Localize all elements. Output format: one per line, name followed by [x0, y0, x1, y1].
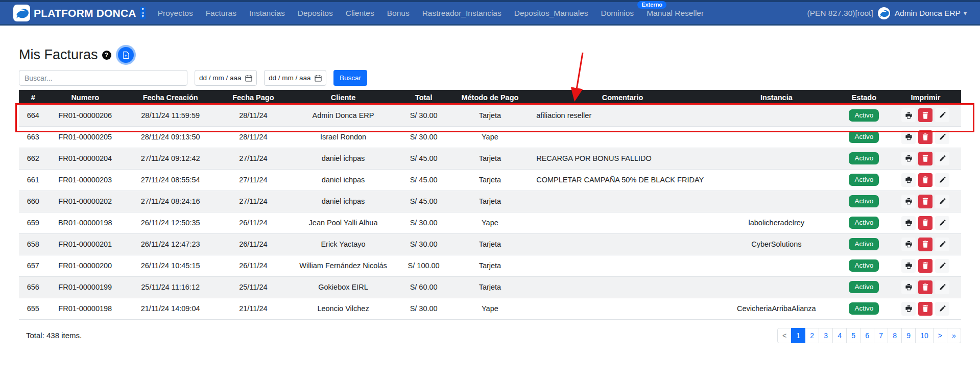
delete-button[interactable]	[918, 108, 933, 122]
edit-button[interactable]	[935, 238, 949, 251]
cell-total: S/ 30.00	[398, 212, 450, 233]
cell-comentario: RECARGA POR BONUS FALLIDO	[530, 148, 715, 169]
date-from-input[interactable]: dd / mm / aaa	[195, 70, 257, 86]
nav-item[interactable]: Clientes	[346, 9, 374, 18]
print-button[interactable]	[901, 238, 916, 251]
page-button[interactable]: 2	[805, 328, 819, 343]
cell-total: S/ 30.00	[398, 298, 450, 319]
column-header: Cliente	[289, 90, 397, 105]
user-dropdown[interactable]: Admin Donca ERP ▾	[895, 9, 967, 18]
delete-button[interactable]	[918, 280, 933, 294]
page-button[interactable]: 7	[874, 328, 888, 343]
edit-button[interactable]	[935, 195, 949, 208]
cell-total: S/ 100.00	[398, 255, 450, 276]
edit-button[interactable]	[935, 280, 949, 294]
edit-button[interactable]	[935, 152, 949, 165]
row-actions	[893, 280, 958, 294]
add-invoice-button[interactable]	[118, 47, 134, 63]
print-button[interactable]	[901, 108, 916, 122]
invoice-row: 664 FR01-00000206 28/11/24 11:59:59 28/1…	[19, 105, 961, 126]
print-button[interactable]	[901, 152, 916, 165]
nav-item[interactable]: Depositos_Manuales	[514, 9, 588, 18]
trash-icon	[922, 133, 928, 140]
cell-imprimir	[890, 148, 961, 169]
nav-item[interactable]: Bonus	[387, 9, 410, 18]
print-button[interactable]	[901, 195, 916, 208]
edit-button[interactable]	[935, 173, 949, 187]
row-actions	[893, 130, 958, 144]
nav-item[interactable]: Dominios	[601, 9, 634, 18]
delete-button[interactable]	[918, 302, 933, 316]
column-header: #	[19, 90, 47, 105]
status-badge: Activo	[849, 109, 879, 122]
page-next-button[interactable]: >	[933, 328, 947, 343]
help-icon[interactable]: ?	[102, 51, 111, 60]
nav-item-label: Dominios	[601, 9, 634, 17]
nav-item-label: Depositos_Manuales	[514, 9, 588, 17]
delete-button[interactable]	[918, 130, 933, 144]
status-badge: Activo	[849, 174, 879, 186]
status-badge: Activo	[849, 195, 879, 207]
print-button[interactable]	[901, 130, 916, 144]
edit-button[interactable]	[935, 259, 949, 273]
search-input[interactable]	[19, 70, 187, 86]
print-button[interactable]	[901, 302, 916, 316]
pencil-icon	[939, 198, 946, 205]
row-actions	[893, 152, 958, 165]
cell-total: S/ 30.00	[398, 126, 450, 148]
page-button[interactable]: 8	[888, 328, 902, 343]
invoice-row: 659 BR01-00000198 26/11/24 12:50:35 26/1…	[19, 212, 961, 233]
print-button[interactable]	[901, 280, 916, 294]
status-badge: Activo	[849, 131, 879, 143]
delete-button[interactable]	[918, 152, 933, 165]
delete-button[interactable]	[918, 238, 933, 251]
pencil-icon	[939, 241, 946, 248]
print-button[interactable]	[901, 259, 916, 273]
page-last-button[interactable]: »	[947, 328, 961, 343]
nav-item[interactable]: Rastreador_Instancias	[422, 9, 501, 18]
cell-instancia	[715, 148, 838, 169]
page-button[interactable]: 3	[819, 328, 833, 343]
cell-imprimir	[890, 212, 961, 233]
page-prev-button[interactable]: <	[777, 328, 792, 343]
brand-link[interactable]: PLATFORM DONCA ERP	[13, 5, 146, 21]
page-button[interactable]: 10	[915, 328, 934, 343]
page-button[interactable]: 5	[846, 328, 861, 343]
buscar-button[interactable]: Buscar	[333, 70, 367, 86]
cell-estado: Activo	[838, 191, 890, 212]
edit-button[interactable]	[935, 130, 949, 144]
navbar-right: (PEN 827.30)[root] Admin Donca ERP ▾	[807, 7, 967, 19]
nav-item[interactable]: Externo Manual Reseller	[647, 9, 704, 18]
delete-button[interactable]	[918, 259, 933, 273]
cell-fecha-creacion: 26/11/24 12:50:35	[123, 212, 218, 233]
printer-icon	[905, 198, 913, 205]
column-header: Método de Pago	[450, 90, 531, 105]
delete-button[interactable]	[918, 173, 933, 187]
filters-bar: dd / mm / aaa dd / mm / aaa Buscar	[19, 70, 961, 86]
date-to-input[interactable]: dd / mm / aaa	[264, 70, 326, 86]
cell-numero: FR01-00000200	[47, 255, 123, 276]
edit-button[interactable]	[935, 302, 949, 316]
delete-button[interactable]	[918, 216, 933, 230]
page-button[interactable]: 1	[791, 328, 805, 343]
cell-numero: FR01-00000199	[47, 276, 123, 298]
print-button[interactable]	[901, 173, 916, 187]
column-header: Instancia	[715, 90, 838, 105]
page-button[interactable]: 9	[901, 328, 916, 343]
cell-numero: FR01-00000203	[47, 169, 123, 191]
print-button[interactable]	[901, 216, 916, 230]
trash-icon	[922, 305, 928, 312]
nav-item[interactable]: Instancias	[249, 9, 285, 18]
nav-item[interactable]: Facturas	[206, 9, 236, 18]
page-button[interactable]: 6	[860, 328, 874, 343]
nav-item[interactable]: Proyectos	[158, 9, 193, 18]
edit-button[interactable]	[935, 216, 949, 230]
edit-button[interactable]	[935, 108, 949, 122]
nav-item[interactable]: Depositos	[298, 9, 333, 18]
pencil-icon	[939, 134, 946, 140]
row-actions	[893, 173, 958, 187]
page-button[interactable]: 4	[832, 328, 847, 343]
row-actions	[893, 238, 958, 251]
delete-button[interactable]	[918, 195, 933, 208]
main-content: Mis Facturas ? dd / mm / aaa	[19, 47, 961, 343]
